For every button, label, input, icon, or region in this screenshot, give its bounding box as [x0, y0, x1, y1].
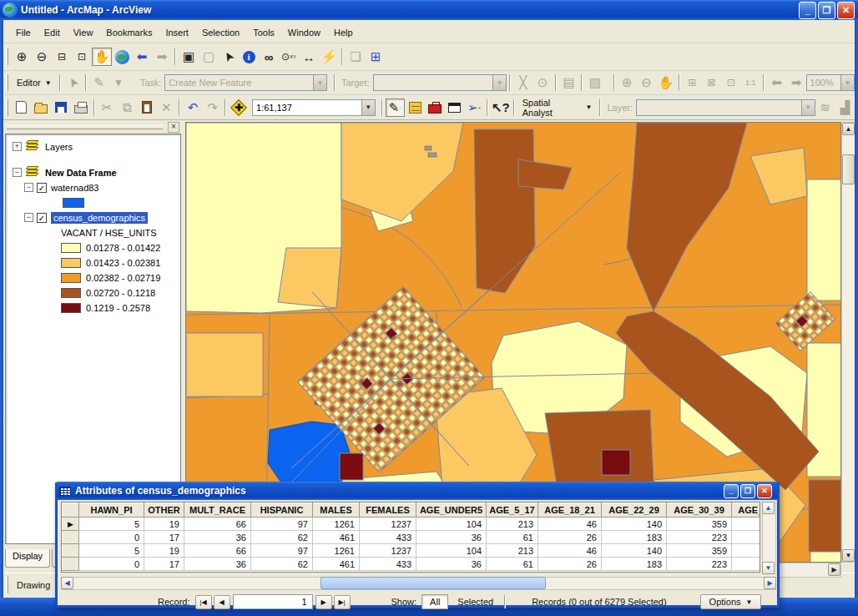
layout-zoom-out-icon[interactable]: ⊖ [637, 73, 656, 92]
attributes-dialog-icon[interactable]: ▤ [559, 73, 578, 92]
redo-icon[interactable]: ↷ [203, 98, 223, 117]
toc-water-layer[interactable]: waternad83 [51, 183, 99, 193]
attribute-vertical-scrollbar[interactable]: ▲ ▼ [762, 502, 776, 574]
show-all-button[interactable]: All [421, 594, 448, 609]
cut-icon[interactable]: ✂ [98, 98, 118, 117]
split-tool-icon[interactable]: ╳ [513, 73, 532, 92]
scroll-right-icon[interactable]: ▶ [764, 577, 776, 589]
sketch-properties-icon[interactable]: ▨ [585, 73, 604, 92]
row-selector-header[interactable] [63, 503, 79, 518]
column-header[interactable]: MALES [313, 503, 360, 518]
modelbuilder-icon[interactable]: ➢● [464, 98, 484, 117]
menu-tools[interactable]: Tools [247, 25, 280, 40]
legend-swatch-4[interactable] [61, 288, 81, 298]
histogram-icon[interactable]: ▟ [835, 98, 855, 117]
show-selected-button[interactable]: Selected [450, 595, 501, 608]
open-icon[interactable] [32, 98, 52, 117]
previous-record-icon[interactable]: ◀ [214, 595, 230, 609]
toc-close-icon[interactable]: × [168, 122, 179, 133]
layer-combobox[interactable]: ▼ [636, 99, 815, 116]
spatial-analyst-menu-button[interactable]: Spatial Analyst▼ [517, 98, 598, 117]
map-scale-combobox[interactable]: 1:61,137▼ [252, 99, 376, 116]
toc-census-layer[interactable]: census_demographics [51, 212, 148, 224]
column-header[interactable]: HAWN_PI [79, 503, 144, 518]
contour-icon[interactable]: ≋ [815, 98, 835, 117]
pan-icon[interactable]: ✋ [92, 48, 112, 66]
horizontal-scroll-thumb[interactable] [320, 577, 546, 589]
menu-selection[interactable]: Selection [196, 25, 245, 40]
options-button[interactable]: Options▼ [700, 594, 762, 609]
collapse-icon[interactable]: − [24, 183, 33, 192]
scroll-down-icon[interactable]: ▼ [842, 549, 855, 562]
fixed-zoom-in-icon[interactable]: ⊟ [52, 48, 72, 66]
arctoolbox-icon[interactable] [425, 98, 445, 117]
zoom-out-icon[interactable]: ⊖ [32, 48, 52, 66]
magnifier-window-icon[interactable]: ⊞ [366, 48, 386, 66]
legend-swatch-5[interactable] [61, 303, 81, 313]
column-header[interactable]: FEMALES [360, 503, 416, 518]
previous-page-icon[interactable]: ⬅ [767, 73, 786, 92]
new-map-icon[interactable] [12, 98, 32, 117]
go-forward-extent-icon[interactable]: ➡ [152, 48, 172, 66]
menu-insert[interactable]: Insert [159, 25, 194, 40]
table-row[interactable]: 017 3662 461433 3661 26183 22310 [63, 531, 761, 544]
table-row[interactable]: 519 6697 12611237 104213 46140 35947 [63, 544, 761, 558]
delete-icon[interactable]: ✕ [156, 98, 176, 117]
next-record-icon[interactable]: ▶ [315, 595, 332, 609]
identify-icon[interactable]: i [239, 48, 259, 66]
restore-button[interactable]: ❐ [818, 2, 835, 19]
go-to-xy-icon[interactable]: ⊙XY [279, 48, 299, 66]
toc-data-frame[interactable]: New Data Frame [45, 168, 117, 178]
fixed-zoom-out-icon[interactable]: ⊡ [72, 48, 92, 66]
scroll-down-icon[interactable]: ▼ [762, 562, 775, 574]
zoom-1to1-icon[interactable]: 1:1 [741, 73, 760, 92]
collapse-icon[interactable]: − [13, 168, 22, 177]
hyperlink-icon[interactable]: ⚡ [319, 48, 339, 66]
collapse-icon[interactable]: − [24, 213, 33, 222]
help-pointer-icon[interactable]: ↖? [491, 98, 511, 117]
editor-menu-button[interactable]: Editor▼ [12, 73, 57, 92]
clear-selection-icon[interactable]: ▢ [199, 48, 219, 66]
column-header[interactable]: AGE_40_49 [732, 503, 761, 518]
first-record-icon[interactable]: |◀ [195, 595, 212, 609]
add-data-icon[interactable]: ✚ [229, 98, 249, 117]
zoom-page-width-icon[interactable]: ⊠ [702, 73, 721, 92]
vertical-scroll-thumb[interactable] [842, 154, 855, 184]
attwin-close-button[interactable]: ✕ [757, 484, 772, 498]
column-header[interactable]: AGE_UNDER5 [416, 503, 487, 518]
column-header[interactable]: MULT_RACE [184, 503, 251, 518]
legend-swatch-1[interactable] [61, 243, 81, 253]
scroll-left-icon[interactable]: ◀ [61, 577, 73, 589]
menu-view[interactable]: View [68, 25, 99, 40]
table-row[interactable]: ▶ 519 6697 12611237 104213 46140 35947 [63, 518, 761, 531]
column-header[interactable]: HISPANIC [251, 503, 313, 518]
edit-arrow-icon[interactable]: ➤ [60, 69, 86, 95]
column-header[interactable]: AGE_18_21 [538, 503, 602, 518]
zoom-100-icon[interactable]: ⊡ [721, 73, 740, 92]
menu-file[interactable]: File [10, 25, 37, 40]
current-record-marker[interactable]: ▶ [63, 518, 79, 531]
go-back-extent-icon[interactable]: ⬅ [132, 48, 152, 66]
rotate-tool-icon[interactable]: ⊙ [532, 73, 552, 92]
menu-bookmarks[interactable]: Bookmarks [100, 25, 158, 40]
attwin-restore-button[interactable]: ❐ [740, 484, 755, 498]
record-number-input[interactable] [233, 594, 313, 609]
table-row[interactable]: 017 3662 461433 3661 26183 22310 [63, 558, 761, 571]
measure-icon[interactable]: ↔ [299, 48, 319, 66]
attwin-minimize-button[interactable]: _ [724, 484, 739, 498]
column-header[interactable]: OTHER [144, 503, 184, 518]
scroll-right-icon[interactable]: ▶ [828, 563, 840, 576]
expand-icon[interactable]: + [13, 142, 22, 151]
save-icon[interactable] [51, 98, 71, 117]
column-header[interactable]: AGE_22_29 [602, 503, 667, 518]
layout-zoom-combobox[interactable]: 100%▼ [806, 74, 855, 91]
zoom-in-icon[interactable]: ⊕ [12, 48, 32, 66]
minimize-button[interactable]: _ [799, 2, 816, 19]
row-selector[interactable] [63, 531, 79, 544]
scroll-up-icon[interactable]: ▲ [842, 123, 855, 135]
command-window-icon[interactable] [445, 98, 465, 117]
map-vertical-scrollbar[interactable]: ▲ ▼ [841, 122, 855, 563]
legend-swatch-2[interactable] [61, 258, 81, 268]
task-combobox[interactable]: Create New Feature▼ [164, 74, 327, 91]
tab-display[interactable]: Display [5, 549, 50, 568]
